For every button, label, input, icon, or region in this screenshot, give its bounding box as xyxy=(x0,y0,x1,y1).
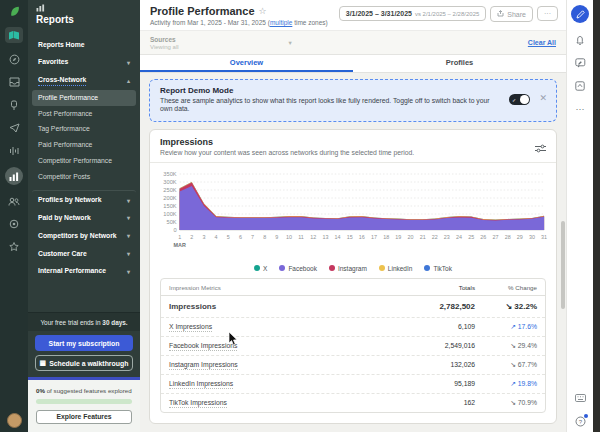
svg-text:?: ? xyxy=(578,418,582,424)
sidebar-nav-item[interactable]: Competitor Posts xyxy=(32,169,136,185)
change-arrow-icon: ↘ xyxy=(505,302,512,311)
discover-icon[interactable] xyxy=(7,52,21,66)
legend-item[interactable]: LinkedIn xyxy=(379,265,413,272)
explore-features-button[interactable]: Explore Features xyxy=(36,410,132,424)
reports-section-icon xyxy=(36,4,132,13)
svg-text:16: 16 xyxy=(359,234,365,240)
sidebar-nav-item[interactable]: Cross-Network ▴ xyxy=(32,73,136,91)
sidebar-nav-item[interactable]: Tag Performance xyxy=(32,122,136,138)
sidebar-nav-item[interactable]: Customer Care ▾ xyxy=(32,246,136,262)
window-icon[interactable] xyxy=(574,80,586,92)
legend-item[interactable]: Facebook xyxy=(279,265,317,272)
date-range-picker[interactable]: 3/1/2025 – 3/31/2025 vs 2/1/2025 – 2/28/… xyxy=(339,6,487,21)
svg-text:17: 17 xyxy=(371,234,377,240)
sidebar-item-label: Profiles by Network xyxy=(38,197,101,204)
svg-text:200K: 200K xyxy=(163,195,176,201)
settings-icon[interactable] xyxy=(7,217,21,231)
change-value: 17.6% xyxy=(518,323,537,330)
start-subscription-button[interactable]: Start my subscription xyxy=(35,335,133,351)
sources-filter[interactable]: Sources Viewing all xyxy=(150,36,179,50)
sidebar-nav-item[interactable]: Paid by Network ▾ xyxy=(32,210,136,226)
table-row[interactable]: Instagram Impressions 132,026 ↘ 67.7% xyxy=(161,355,545,374)
share-button[interactable]: Share xyxy=(490,6,533,22)
tab[interactable]: Profiles xyxy=(353,55,566,72)
tab[interactable]: Overview xyxy=(140,55,353,72)
sidebar-nav-item[interactable]: Competitor Performance xyxy=(32,154,136,170)
reports-icon[interactable] xyxy=(5,167,23,185)
impressions-card-header: Impressions Review how your content was … xyxy=(150,130,556,163)
more-ellipsis[interactable]: ··· xyxy=(574,103,586,115)
sidebar-nav-item[interactable]: Profiles by Network ▾ xyxy=(32,190,136,208)
features-progress-text: 0% of suggested features explored xyxy=(36,387,132,394)
user-avatar[interactable] xyxy=(7,413,22,428)
notifications-bell-icon[interactable] xyxy=(574,34,586,46)
svg-text:8: 8 xyxy=(263,234,266,240)
schedule-walkthrough-button[interactable]: ▦ Schedule a walkthrough xyxy=(35,355,133,371)
chevron-down-icon: ▾ xyxy=(289,39,292,47)
metric-total: 162 xyxy=(385,399,475,406)
impressions-chart-area: 050K100K150K200K250K300K350K123456789101… xyxy=(150,163,556,264)
sidebar-nav-item[interactable]: Favorites ▾ xyxy=(32,55,136,71)
page-title: Profile Performance xyxy=(150,5,255,17)
clear-all-link[interactable]: Clear All xyxy=(528,39,556,46)
keyboard-icon[interactable] xyxy=(574,392,586,404)
impressions-chart[interactable]: 050K100K150K200K250K300K350K123456789101… xyxy=(156,168,550,260)
listening-icon[interactable] xyxy=(7,144,21,158)
help-icon[interactable]: ? xyxy=(574,415,586,427)
chart-legend: X Facebook Instagram LinkedIn TikTok xyxy=(150,264,556,278)
metric-name[interactable]: LinkedIn Impressions xyxy=(169,380,233,389)
impressions-subtitle: Review how your content was seen across … xyxy=(160,149,546,156)
scrollbar-thumb[interactable] xyxy=(561,221,565,309)
sidebar-nav-item[interactable]: Post Performance xyxy=(32,106,136,122)
inbox-icon[interactable] xyxy=(7,75,21,89)
svg-text:10: 10 xyxy=(286,234,292,240)
legend-dot xyxy=(254,265,260,271)
chart-settings-icon[interactable] xyxy=(535,139,546,157)
demo-mode-toggle[interactable]: ✓ xyxy=(509,94,530,105)
legend-label: TikTok xyxy=(433,265,452,272)
timezones-link[interactable]: multiple xyxy=(270,19,292,26)
sidebar-nav-item[interactable]: Internal Performance ▾ xyxy=(32,264,136,280)
table-row[interactable]: X Impressions 6,109 ↗ 17.6% xyxy=(161,317,545,336)
impression-metrics-table: Impression Metrics Totals % Change Impre… xyxy=(160,278,546,413)
sidebar-nav-item[interactable]: Competitors by Network ▾ xyxy=(32,228,136,244)
table-row[interactable]: LinkedIn Impressions 95,189 ↗ 19.8% xyxy=(161,374,545,393)
metric-name[interactable]: Impressions xyxy=(169,302,216,312)
sidebar-nav-item[interactable]: Profile Performance xyxy=(32,90,136,106)
legend-item[interactable]: TikTok xyxy=(424,265,452,272)
demo-mode-banner: Report Demo Mode These are sample analyt… xyxy=(149,79,557,122)
report-content: Report Demo Mode These are sample analyt… xyxy=(140,73,566,432)
compose-button[interactable] xyxy=(571,5,589,23)
close-icon[interactable]: ✕ xyxy=(539,93,547,103)
table-row[interactable]: Impressions 2,782,502 ↘ 32.2% xyxy=(161,295,545,317)
audience-icon[interactable] xyxy=(7,194,21,208)
svg-text:31: 31 xyxy=(541,234,547,240)
message-edit-icon[interactable] xyxy=(574,57,586,69)
change-arrow-icon: ↘ xyxy=(510,342,516,349)
legend-dot xyxy=(424,265,430,271)
svg-text:4: 4 xyxy=(215,234,218,240)
legend-item[interactable]: Instagram xyxy=(329,265,367,272)
plan-icon[interactable] xyxy=(5,27,23,43)
sidebar-nav-item[interactable]: Reports Home xyxy=(32,37,136,53)
metric-name[interactable]: Instagram Impressions xyxy=(169,361,238,370)
favorite-star-icon[interactable]: ☆ xyxy=(259,6,267,16)
svg-text:12: 12 xyxy=(310,234,316,240)
sidebar-nav-item[interactable]: Paid Performance xyxy=(32,138,136,154)
chevron-icon: ▴ xyxy=(127,78,130,84)
sidebar-item-label: Competitor Posts xyxy=(38,174,90,181)
metric-name[interactable]: TikTok Impressions xyxy=(169,399,227,408)
table-row[interactable]: Facebook Impressions 2,549,016 ↘ 29.4% xyxy=(161,336,545,355)
more-options-button[interactable]: ··· xyxy=(537,6,558,21)
main-content: Profile Performance ☆ Activity from Mar … xyxy=(140,0,566,432)
rewards-icon[interactable] xyxy=(7,240,21,254)
table-row[interactable]: TikTok Impressions 162 ↘ 70.9% xyxy=(161,393,545,412)
metric-name[interactable]: X Impressions xyxy=(169,323,212,332)
metric-total: 132,026 xyxy=(385,361,475,368)
notifications-icon[interactable] xyxy=(7,98,21,112)
legend-item[interactable]: X xyxy=(254,265,267,272)
sidebar-item-label: Tag Performance xyxy=(38,126,90,133)
table-body: Impressions 2,782,502 ↘ 32.2% X Impressi… xyxy=(161,295,545,412)
metric-total: 6,109 xyxy=(385,323,475,330)
publishing-icon[interactable] xyxy=(7,121,21,135)
